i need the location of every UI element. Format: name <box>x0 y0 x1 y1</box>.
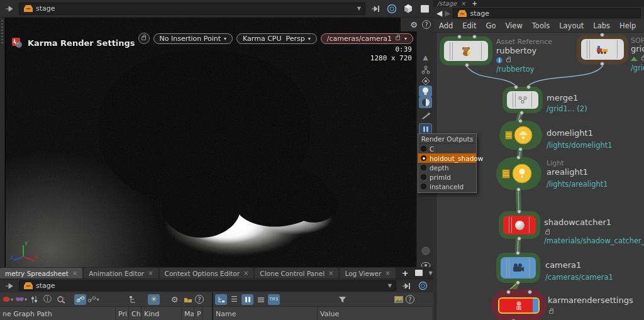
node-arealight1[interactable] <box>496 157 541 190</box>
node-name[interactable]: rubbertoy <box>496 46 536 55</box>
node-grid1[interactable] <box>577 35 628 64</box>
node-karmarendersettings[interactable] <box>491 289 547 320</box>
close-icon[interactable]: × <box>148 270 153 277</box>
follow-selection-icon[interactable] <box>416 280 429 292</box>
back-icon[interactable]: ◀ <box>436 9 442 17</box>
col-value[interactable]: Value <box>318 307 433 320</box>
tree-view-icon[interactable] <box>215 294 227 305</box>
follow-selection-icon[interactable] <box>386 3 398 14</box>
node-path[interactable]: /grid1... (2) <box>547 104 587 113</box>
ik-bones-icon[interactable] <box>419 111 432 122</box>
close-icon[interactable]: × <box>328 270 333 277</box>
help-icon[interactable]: ? <box>195 295 204 304</box>
menu-tools[interactable]: Tools <box>532 21 550 30</box>
node-name[interactable]: karmarendersettings <box>548 295 633 305</box>
col-scene-graph-path[interactable]: ne Graph Path <box>0 307 116 320</box>
scroll-up-icon[interactable]: ▲ <box>419 52 432 63</box>
close-icon[interactable]: × <box>385 270 390 277</box>
help-icon[interactable]: ? <box>406 295 414 304</box>
stage-path-field[interactable]: stage ▼ <box>19 280 396 291</box>
show-joints-icon[interactable] <box>419 64 432 75</box>
filter-funnel-icon[interactable] <box>336 294 348 305</box>
menu-add[interactable]: Add <box>439 21 453 30</box>
rows-view-icon[interactable] <box>255 294 267 305</box>
node-name[interactable]: shadowcatcher1 <box>544 218 611 227</box>
output-option-depth[interactable]: depth <box>418 163 476 172</box>
output-option-c[interactable]: C <box>418 144 476 153</box>
node-path[interactable]: /lights/domelight1 <box>547 141 613 150</box>
maximize-pane-icon[interactable] <box>418 3 431 14</box>
stage-path-field[interactable]: stage ▼ <box>19 3 365 15</box>
hierarchy-icon[interactable] <box>127 294 139 305</box>
menu-labs[interactable]: Labs <box>593 21 610 30</box>
pane-link-arrow-icon[interactable] <box>3 3 15 14</box>
pin-pane-icon[interactable] <box>400 280 413 292</box>
renderer-dropdown[interactable]: Karma CPU Persp▾ <box>236 33 317 44</box>
close-icon[interactable]: × <box>72 270 77 277</box>
maximize-pane-icon[interactable] <box>415 270 423 276</box>
mask-icon[interactable]: ▾ <box>15 294 27 305</box>
folder-help-icon[interactable]: ? <box>182 294 194 305</box>
tab-animation-editor[interactable]: Animation Editor× <box>84 268 158 279</box>
col-mat[interactable]: Mat <box>182 307 194 320</box>
menu-edit[interactable]: Edit <box>462 21 476 30</box>
pane-grip[interactable] <box>0 18 5 267</box>
background-sphere-icon[interactable] <box>419 245 432 257</box>
menu-view[interactable]: View <box>506 21 523 30</box>
new-tab-button[interactable]: + <box>397 268 414 279</box>
menu-go[interactable]: Go <box>486 21 496 30</box>
help-icon[interactable]: ? <box>422 20 431 29</box>
pane-link-arrow-icon[interactable] <box>3 280 15 292</box>
camera-dropdown[interactable]: /cameras/camera1▾ <box>321 33 413 44</box>
node-name[interactable]: arealight1 <box>547 167 588 177</box>
gear-icon[interactable]: ⚙ <box>408 19 419 30</box>
filter-sliders-icon[interactable] <box>28 294 40 305</box>
info-badge-icon[interactable]: i <box>496 57 502 63</box>
pin-pane-icon[interactable] <box>369 3 382 14</box>
node-path[interactable]: /grid <box>631 63 644 72</box>
new-tab-button[interactable]: + <box>472 0 477 7</box>
network-path-field[interactable]: stage <box>453 8 641 18</box>
tab-log-viewer[interactable]: Log Viewer× <box>340 268 395 279</box>
sun-icon[interactable]: ☀ <box>148 294 160 305</box>
output-option-instanceid[interactable]: instanceId <box>418 182 476 191</box>
col-name[interactable]: Name <box>213 307 318 320</box>
insertion-point-dropdown[interactable]: No Insertion Point▾ <box>153 33 233 44</box>
render-viewport[interactable]: Karma Render Settings No Insertion Point… <box>6 18 416 267</box>
node-path[interactable]: /materials/shadow_catcher_m <box>544 236 644 245</box>
col-p[interactable]: P <box>194 307 203 320</box>
node-name[interactable]: merge1 <box>547 93 578 102</box>
output-option-primid[interactable]: primId <box>418 172 476 182</box>
col-pri[interactable]: Pri <box>116 307 129 320</box>
lock-camera-button[interactable] <box>138 33 150 44</box>
link-icon[interactable] <box>74 294 86 305</box>
forward-icon[interactable]: ▶ <box>445 9 450 17</box>
list-view-icon[interactable]: ☰ <box>228 294 240 305</box>
node-merge1[interactable] <box>502 87 543 113</box>
menu-help[interactable]: Help <box>619 21 636 30</box>
node-path[interactable]: /lights/arealight1 <box>547 180 608 189</box>
node-name[interactable]: grid1 <box>631 44 644 53</box>
close-icon[interactable]: × <box>243 270 248 277</box>
menu-layout[interactable]: Layout <box>559 21 584 30</box>
show-materials-icon[interactable] <box>419 97 432 108</box>
tab-stage[interactable]: /stage× <box>437 0 466 7</box>
node-domelight1[interactable] <box>499 121 542 150</box>
view-cube-icon[interactable] <box>402 3 414 14</box>
unlink-icon[interactable]: ▾ <box>87 294 99 305</box>
col-chil[interactable]: Chil <box>129 307 142 320</box>
snapshot-icon[interactable] <box>392 294 404 305</box>
show-lights-icon[interactable] <box>419 86 432 97</box>
dropdown-icon[interactable]: ▼ <box>388 283 392 289</box>
dropdown-icon[interactable]: ▼ <box>357 6 361 11</box>
col-kind[interactable]: Kind <box>142 307 182 320</box>
pane-menu-dropdown-icon[interactable]: ▼ <box>429 270 433 276</box>
info-icon[interactable]: ⓘ <box>42 294 53 305</box>
node-rubbertoy[interactable] <box>440 36 492 65</box>
search-icon[interactable] <box>55 294 67 305</box>
node-path[interactable]: /rubbertoy <box>496 65 535 74</box>
node-name[interactable]: domelight1 <box>547 128 593 138</box>
output-option-holdout-shadow[interactable]: holdout_shadow <box>418 153 476 163</box>
tab-context-options-editor[interactable]: Context Options Editor× <box>160 268 254 279</box>
columns-view-icon[interactable] <box>242 294 253 305</box>
